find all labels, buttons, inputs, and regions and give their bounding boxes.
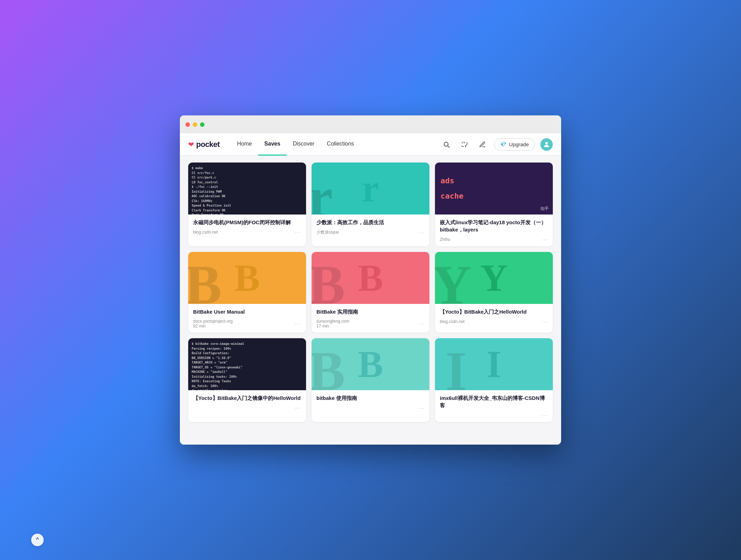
card-7-footer: ··· [193,405,301,411]
card-7-more[interactable]: ··· [295,405,301,411]
card-8[interactable]: B B bitbake 使用指南 ··· [312,338,429,422]
card-1-title: 永磁同步电机(PMSM)的FOC闭环控制详解 [193,219,301,226]
maximize-button[interactable] [200,122,204,127]
card-6-more[interactable]: ··· [542,319,548,324]
listen-button[interactable] [458,138,471,151]
card-8-more[interactable]: ··· [418,405,425,411]
card-6[interactable]: Y Y 【Yocto】BitBake入门之HelloWorld blog.csd… [435,252,553,333]
card-3-more[interactable]: ··· [542,237,548,242]
card-8-footer: ··· [316,405,425,411]
nav-home[interactable]: Home [231,133,258,156]
card-5-meta: 17 min [316,324,349,329]
card-1-terminal: $ make CC src/foc.c CC src/park.c LD foc… [188,163,306,215]
card-2-title: 少数派：高效工作，品质生活 [316,219,425,226]
nav-links: Home Saves Discover Collections [231,133,441,156]
card-4-footer: docs.yoctoproject.org 82 min ··· [193,319,301,329]
card-7-title: 【Yocto】BitBake入门之镜像中的HelloWorld [193,394,301,402]
card-4-more[interactable]: ··· [295,321,301,326]
card-1-more[interactable]: ··· [295,229,301,235]
card-5-more[interactable]: ··· [418,321,425,326]
card-5-footer: sunyongfeng.com 17 min ··· [316,319,425,329]
card-2-image: r r [312,163,429,215]
card-5-source: sunyongfeng.com [316,319,349,324]
avatar[interactable] [540,138,553,151]
pocket-logo-icon: ❤ [188,140,194,149]
card-4-title: BitBake User Manual [193,308,301,315]
card-3-image: ads cache 知乎 [435,163,553,215]
nav-discover[interactable]: Discover [287,133,321,156]
card-1-body: 永磁同步电机(PMSM)的FOC闭环控制详解 blog.csdn.net ··· [188,215,306,239]
logo-text: pocket [196,140,220,149]
card-3-source: Zhihu [440,237,450,242]
logo[interactable]: ❤ pocket [188,140,220,149]
svg-line-1 [448,146,450,147]
card-1-image: $ make CC src/foc.c CC src/park.c LD foc… [188,163,306,215]
card-1[interactable]: $ make CC src/foc.c CC src/park.c LD foc… [188,163,306,246]
card-6-source: blog.csdn.net [440,319,464,324]
card-3-title: 嵌入式linux学习笔记-day18 yocto开发（一）bitbake，lay… [440,219,548,233]
card-5-body: BitBake 实用指南 sunyongfeng.com 17 min ··· [312,304,429,333]
card-9-body: imx6ull裸机开发大全_韦东山的博客-CSDN博客 ··· [435,390,553,422]
card-4-meta: 82 min [193,324,233,329]
card-2-more[interactable]: ··· [418,230,425,235]
cards-grid: $ make CC src/foc.c CC src/park.c LD foc… [188,163,553,422]
nav-right-actions: 💎 Upgrade [440,138,553,151]
nav-saves[interactable]: Saves [258,133,287,156]
browser-window: ❤ pocket Home Saves Discover Collections [180,115,561,445]
card-6-footer: blog.csdn.net ··· [440,319,548,324]
titlebar [180,115,561,133]
card-5[interactable]: B B BitBake 实用指南 sunyongfeng.com 17 min … [312,252,429,333]
search-button[interactable] [440,138,453,151]
card-8-body: bitbake 使用指南 ··· [312,390,429,415]
svg-line-2 [462,142,463,143]
card-3[interactable]: ads cache 知乎 嵌入式linux学习笔记-day18 yocto开发（… [435,163,553,246]
card-2[interactable]: r r 少数派：高效工作，品质生活 少数派sspai ··· [312,163,429,246]
card-9-more[interactable]: ··· [542,412,548,418]
card-3-footer: Zhihu ··· [440,237,548,242]
card-7-body: 【Yocto】BitBake入门之镜像中的HelloWorld ··· [188,390,306,415]
card-5-image: B B [312,252,429,304]
card-5-title: BitBake 实用指南 [316,308,425,315]
upgrade-icon: 💎 [500,141,507,148]
edit-button[interactable] [476,138,489,151]
card-7[interactable]: $ bitbake core-image-minimal Parsing rec… [188,338,306,422]
svg-point-0 [444,142,448,146]
card-7-terminal: $ bitbake core-image-minimal Parsing rec… [188,338,306,390]
card-6-title: 【Yocto】BitBake入门之HelloWorld [440,308,548,315]
card-3-watermark: 知乎 [540,206,549,212]
minimize-button[interactable] [193,122,197,127]
card-2-body: 少数派：高效工作，品质生活 少数派sspai ··· [312,215,429,239]
close-button[interactable] [185,122,190,127]
card-4-body: BitBake User Manual docs.yoctoproject.or… [188,304,306,333]
card-6-body: 【Yocto】BitBake入门之HelloWorld blog.csdn.ne… [435,304,553,329]
card-3-body: 嵌入式linux学习笔记-day18 yocto开发（一）bitbake，lay… [435,215,553,246]
svg-point-3 [545,142,548,144]
navbar: ❤ pocket Home Saves Discover Collections [180,133,561,156]
upgrade-button[interactable]: 💎 Upgrade [494,138,535,151]
card-8-image: B B [312,338,429,390]
card-4-source: docs.yoctoproject.org [193,319,233,324]
card-4-image: B B [188,252,306,304]
card-2-source: 少数派sspai [316,229,339,235]
card-9-footer: ··· [440,412,548,418]
card-9-title: imx6ull裸机开发大全_韦东山的博客-CSDN博客 [440,394,548,409]
card-2-footer: 少数派sspai ··· [316,229,425,235]
card-9-image: I I [435,338,553,390]
card-1-footer: blog.csdn.net ··· [193,229,301,235]
card-9[interactable]: I I imx6ull裸机开发大全_韦东山的博客-CSDN博客 ··· [435,338,553,422]
card-4[interactable]: B B BitBake User Manual docs.yoctoprojec… [188,252,306,333]
card-8-title: bitbake 使用指南 [316,394,425,402]
card-1-source: blog.csdn.net [193,230,218,235]
content-area: $ make CC src/foc.c CC src/park.c LD foc… [180,156,561,445]
card-7-image: $ bitbake core-image-minimal Parsing rec… [188,338,306,390]
card-6-image: Y Y [435,252,553,304]
nav-collections[interactable]: Collections [321,133,360,156]
